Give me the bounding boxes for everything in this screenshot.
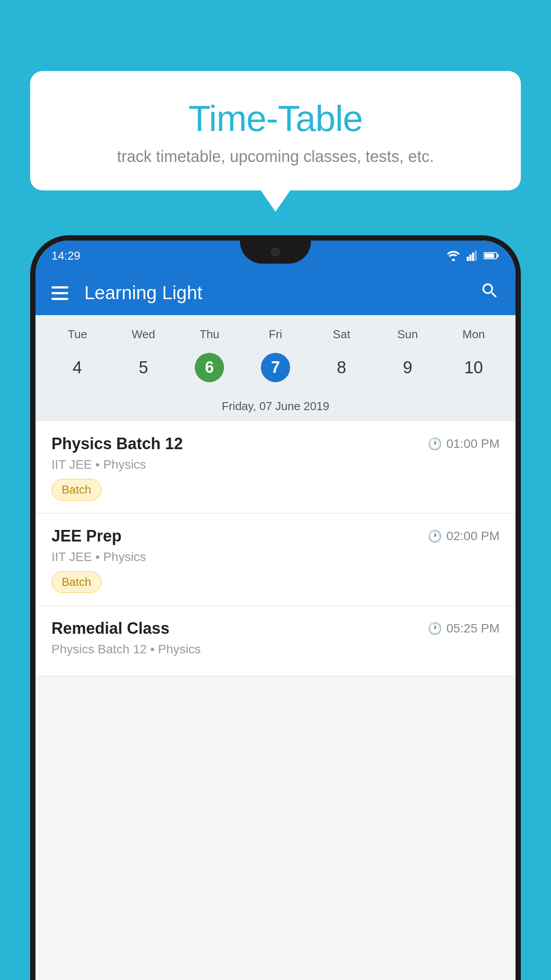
schedule-title: JEE Prep — [51, 527, 122, 545]
day-header-sun: Sun — [374, 324, 441, 345]
calendar-strip: TueWedThuFriSatSunMon 45678910 Friday, 0… — [35, 315, 516, 421]
app-title: Learning Light — [84, 282, 480, 304]
schedule-sub: IIT JEE • Physics — [51, 550, 500, 564]
day-header-fri: Fri — [243, 324, 309, 345]
svg-rect-5 — [497, 254, 499, 257]
tooltip-subtitle: track timetable, upcoming classes, tests… — [52, 147, 499, 166]
schedule-time: 🕐05:25 PM — [428, 621, 500, 636]
status-icons — [446, 250, 500, 261]
status-time: 14:29 — [51, 249, 80, 263]
phone-screen: 14:29 — [35, 241, 516, 980]
schedule-time: 🕐01:00 PM — [428, 437, 500, 451]
schedule-time: 🕐02:00 PM — [428, 529, 500, 543]
tooltip-card: Time-Table track timetable, upcoming cla… — [30, 71, 521, 190]
app-toolbar: Learning Light — [35, 271, 516, 315]
signal-icon — [466, 250, 478, 261]
schedule-title: Physics Batch 12 — [51, 435, 183, 453]
search-icon — [480, 281, 500, 300]
day-num-5[interactable]: 5 — [110, 348, 177, 387]
clock-icon: 🕐 — [428, 437, 442, 451]
day-header-mon: Mon — [441, 324, 507, 345]
day-num-8[interactable]: 8 — [308, 348, 374, 387]
schedule-item[interactable]: JEE Prep🕐02:00 PMIIT JEE • PhysicsBatch — [35, 514, 516, 606]
camera — [271, 248, 280, 257]
status-bar: 14:29 — [35, 241, 516, 271]
batch-badge: Batch — [51, 571, 102, 593]
schedule-item[interactable]: Remedial Class🕐05:25 PMPhysics Batch 12 … — [35, 606, 516, 676]
day-num-6[interactable]: 6 — [177, 348, 243, 387]
day-header-tue: Tue — [44, 324, 110, 345]
schedule-sub: Physics Batch 12 • Physics — [51, 642, 500, 656]
day-headers: TueWedThuFriSatSunMon — [40, 324, 511, 345]
notch — [240, 241, 311, 264]
svg-rect-3 — [475, 250, 477, 261]
wifi-icon — [446, 250, 460, 261]
day-header-thu: Thu — [177, 324, 243, 345]
tooltip-title: Time-Table — [52, 98, 499, 139]
menu-icon[interactable] — [51, 286, 68, 300]
day-num-10[interactable]: 10 — [441, 348, 507, 387]
batch-badge: Batch — [51, 479, 102, 501]
svg-rect-6 — [484, 253, 494, 258]
svg-rect-2 — [472, 253, 474, 261]
clock-icon: 🕐 — [428, 530, 442, 543]
schedule-list: Physics Batch 12🕐01:00 PMIIT JEE • Physi… — [35, 421, 516, 676]
clock-icon: 🕐 — [428, 622, 442, 636]
schedule-title: Remedial Class — [51, 619, 169, 638]
selected-date-label: Friday, 07 June 2019 — [40, 392, 511, 421]
svg-rect-1 — [469, 255, 472, 261]
day-num-7[interactable]: 7 — [243, 348, 309, 387]
search-button[interactable] — [480, 281, 500, 305]
day-num-9[interactable]: 9 — [374, 348, 441, 387]
day-num-4[interactable]: 4 — [44, 348, 110, 387]
schedule-sub: IIT JEE • Physics — [51, 458, 500, 472]
day-numbers: 45678910 — [40, 348, 511, 387]
day-header-wed: Wed — [110, 324, 177, 345]
phone-frame: 14:29 — [30, 235, 521, 980]
battery-icon — [484, 250, 500, 261]
svg-rect-0 — [467, 257, 469, 261]
schedule-item[interactable]: Physics Batch 12🕐01:00 PMIIT JEE • Physi… — [35, 421, 516, 514]
day-header-sat: Sat — [308, 324, 374, 345]
